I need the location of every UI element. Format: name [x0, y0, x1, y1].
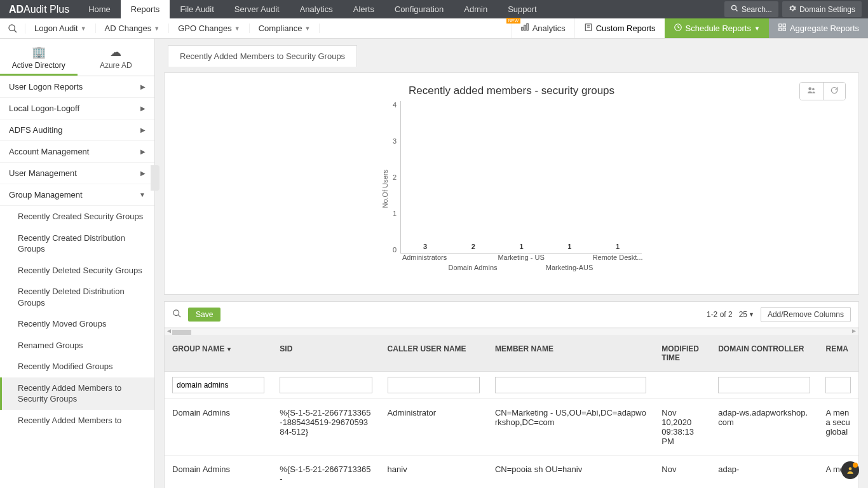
filter-caller[interactable]: [388, 377, 480, 393]
breadcrumb-tab: Recently Added Members to Security Group…: [168, 45, 357, 67]
help-floating-button[interactable]: [841, 461, 859, 479]
col-caller[interactable]: CALLER USER NAME: [380, 336, 487, 372]
svg-point-21: [849, 467, 852, 470]
col-dc[interactable]: DOMAIN CONTROLLER: [710, 336, 818, 372]
cell-group: Domain Admins: [165, 399, 272, 456]
sidebar-sub-created-security[interactable]: Recently Created Security Groups: [0, 206, 154, 227]
col-member[interactable]: MEMBER NAME: [487, 336, 654, 372]
sidebar-cat-local-logon[interactable]: Local Logon-Logoff▶: [0, 98, 154, 119]
chevron-right-icon: ▶: [140, 148, 146, 155]
sidebar-cat-adfs[interactable]: ADFS Auditing▶: [0, 119, 154, 141]
custom-reports-label: Custom Reports: [596, 24, 656, 33]
cell-group: Domain Admins: [165, 456, 272, 489]
caret-down-icon: ▼: [81, 25, 86, 32]
sidebar-sub-deleted-security[interactable]: Recently Deleted Security Groups: [0, 260, 154, 281]
new-badge: NEW: [506, 18, 520, 24]
filter-remarks[interactable]: [825, 377, 851, 393]
cell-remarks: A men a secu global: [818, 399, 858, 456]
main-content: Recently Added Members to Security Group…: [155, 39, 868, 488]
nav-home[interactable]: Home: [78, 0, 121, 18]
chevron-right-icon: ▶: [140, 83, 146, 90]
nav-support[interactable]: Support: [498, 0, 547, 18]
subnav-ad-changes[interactable]: AD Changes▼: [96, 24, 170, 33]
aggregate-reports-button[interactable]: Aggregate Reports: [769, 18, 868, 38]
filter-sid[interactable]: [280, 377, 372, 393]
save-button[interactable]: Save: [188, 308, 220, 322]
svg-line-1: [735, 10, 737, 11]
sidebar-sub-added-security[interactable]: Recently Added Members to Security Group…: [0, 377, 154, 410]
col-sid[interactable]: SID: [272, 336, 379, 372]
left-sidebar: 🏢 Active Directory ☁ Azure AD User Logon…: [0, 39, 155, 488]
cell-caller: haniv: [380, 456, 487, 489]
analytics-icon: [520, 23, 529, 34]
sidebar-cat-user-logon[interactable]: User Logon Reports▶: [0, 76, 154, 98]
caret-down-icon: ▼: [749, 311, 754, 318]
chevron-right-icon: ▶: [140, 126, 146, 133]
quick-search-icon[interactable]: [0, 24, 25, 34]
chevron-down-icon: ▼: [139, 191, 146, 198]
svg-point-18: [812, 88, 815, 91]
nav-reports[interactable]: Reports: [121, 0, 170, 18]
filter-dc[interactable]: [718, 377, 810, 393]
nav-file-audit[interactable]: File Audit: [170, 0, 224, 18]
sidebar-cat-user-mgmt[interactable]: User Management▶: [0, 163, 154, 184]
chart-users-button[interactable]: [800, 83, 823, 100]
chart-bar: 1: [593, 243, 642, 253]
svg-point-2: [9, 25, 15, 30]
horizontal-scrollbar[interactable]: [165, 328, 858, 336]
building-icon: 🏢: [0, 45, 78, 59]
sidebar-sub-moved[interactable]: Recently Moved Groups: [0, 313, 154, 335]
schedule-reports-label: Schedule Reports: [686, 24, 751, 33]
col-remarks[interactable]: REMA: [818, 336, 858, 372]
analytics-button[interactable]: NEW Analytics: [511, 18, 574, 38]
sidebar-cat-account-mgmt[interactable]: Account Management▶: [0, 141, 154, 163]
page-size-selector[interactable]: 25▼: [739, 310, 754, 319]
cell-sid: %{S-1-5-21-2667713365-: [272, 456, 379, 489]
schedule-reports-button[interactable]: Schedule Reports ▼: [665, 18, 769, 38]
sidebar-sub-added-to[interactable]: Recently Added Members to: [0, 410, 154, 431]
chart-actions: [799, 82, 846, 100]
nav-admin[interactable]: Admin: [454, 0, 498, 18]
nav-server-audit[interactable]: Server Audit: [224, 0, 290, 18]
filter-member[interactable]: [495, 377, 646, 393]
custom-reports-button[interactable]: Custom Reports: [574, 18, 665, 38]
global-search-button[interactable]: Search...: [724, 1, 778, 17]
caret-down-icon: ▼: [234, 25, 240, 32]
subnav-compliance[interactable]: Compliance▼: [250, 24, 320, 33]
analytics-label: Analytics: [532, 24, 566, 33]
cell-sid: %{S-1-5-21-2667713365-1885434519-2967059…: [272, 399, 379, 456]
table-header-row: GROUP NAME SID CALLER USER NAME MEMBER N…: [165, 336, 858, 372]
sidebar-collapse-handle[interactable]: [151, 165, 159, 191]
nav-analytics[interactable]: Analytics: [290, 0, 343, 18]
filter-group-name[interactable]: [172, 377, 264, 393]
col-modified-time[interactable]: MODIFIED TIME: [654, 336, 710, 372]
svg-rect-15: [779, 28, 782, 30]
tab-azure-ad[interactable]: ☁ Azure AD: [78, 39, 155, 76]
top-bar: ADAudit Plus Home Reports File Audit Ser…: [0, 0, 868, 18]
nav-configuration[interactable]: Configuration: [384, 0, 454, 18]
cell-caller: Administrator: [380, 399, 487, 456]
domain-settings-label: Domain Settings: [799, 5, 855, 14]
chart-xaxis: AdministratorsDomain AdminsMarketing - U…: [400, 254, 642, 276]
chevron-right-icon: ▶: [140, 170, 146, 177]
sidebar-sub-created-dist[interactable]: Recently Created Distribution Groups: [0, 227, 154, 260]
sidebar-sub-deleted-dist[interactable]: Recently Deleted Distribution Groups: [0, 281, 154, 313]
svg-rect-16: [783, 28, 785, 30]
table-search-icon[interactable]: [172, 309, 182, 320]
svg-rect-13: [779, 24, 782, 27]
add-remove-columns-button[interactable]: Add/Remove Columns: [761, 307, 851, 322]
sidebar-sub-modified[interactable]: Recently Modified Groups: [0, 356, 154, 377]
nav-alerts[interactable]: Alerts: [343, 0, 384, 18]
clock-icon: [674, 23, 682, 34]
subnav-logon-audit[interactable]: Logon Audit▼: [25, 24, 96, 33]
subnav-gpo-changes[interactable]: GPO Changes▼: [169, 24, 249, 33]
sidebar-sub-renamed[interactable]: Renamed Groups: [0, 335, 154, 356]
chart-refresh-button[interactable]: [823, 83, 845, 100]
tab-active-directory[interactable]: 🏢 Active Directory: [0, 39, 78, 76]
domain-settings-button[interactable]: Domain Settings: [782, 1, 862, 17]
caret-down-icon: ▼: [304, 25, 310, 32]
sidebar-cat-group-mgmt[interactable]: Group Management▼: [0, 184, 154, 206]
svg-point-17: [808, 87, 811, 90]
col-group-name[interactable]: GROUP NAME: [165, 336, 272, 372]
chart-yaxis: 4 3 2 1 0: [393, 101, 400, 254]
